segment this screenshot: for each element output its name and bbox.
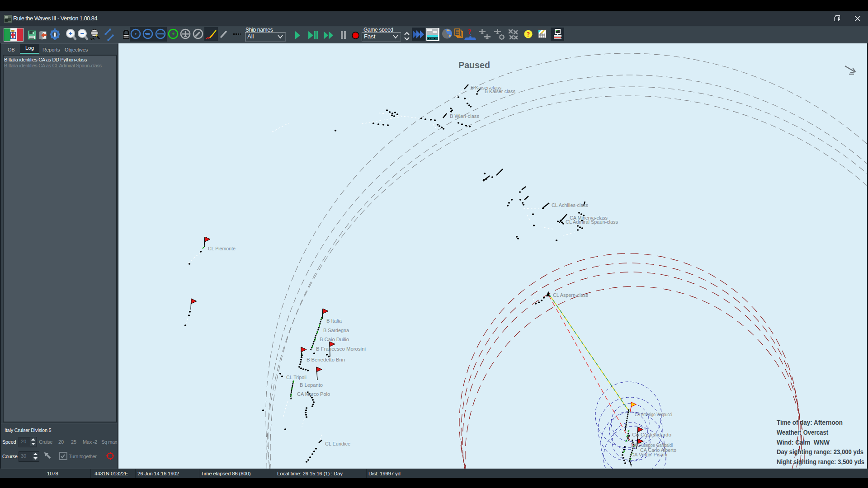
svg-text:Wind: Calm WNW: Wind: Calm WNW bbox=[777, 438, 830, 446]
svg-text:x5: x5 bbox=[90, 37, 94, 41]
svg-text:−: − bbox=[80, 29, 85, 37]
svg-text:B Italia: B Italia bbox=[326, 318, 342, 324]
svg-text:CL Aspern-class: CL Aspern-class bbox=[553, 292, 588, 298]
svg-text:B Kaiser-class: B Kaiser-class bbox=[485, 89, 515, 94]
svg-text:B Lepanto: B Lepanto bbox=[300, 382, 323, 388]
svg-text:Weather: Overcast: Weather: Overcast bbox=[777, 428, 828, 436]
svg-text:CA Amerigo Vespucci: CA Amerigo Vespucci bbox=[635, 412, 672, 417]
svg-text:B Benedetto Brin: B Benedetto Brin bbox=[307, 357, 345, 362]
svg-text:Night sighting range: 3,500 yd: Night sighting range: 3,500 yds bbox=[777, 458, 864, 465]
svg-text:B Wien-class: B Wien-class bbox=[450, 113, 479, 119]
svg-text:Time of day: Afternoon: Time of day: Afternoon bbox=[777, 418, 843, 426]
svg-text:CL Admiral Spaun-class: CL Admiral Spaun-class bbox=[566, 219, 618, 225]
svg-text:B Francesco Morosini: B Francesco Morosini bbox=[316, 346, 366, 352]
svg-text:CA Castelfidardo: CA Castelfidardo bbox=[632, 432, 671, 437]
svg-text:CL Piemonte: CL Piemonte bbox=[208, 246, 236, 251]
svg-text:CA Vettor Pisani: CA Vettor Pisani bbox=[631, 452, 667, 457]
svg-text:+: + bbox=[69, 29, 73, 37]
svg-text:?: ? bbox=[527, 31, 530, 38]
svg-text:CL Euridice: CL Euridice bbox=[325, 441, 350, 446]
svg-text:CL Achilles-class: CL Achilles-class bbox=[552, 202, 588, 208]
svg-text:Day sighting range: 23,000 yds: Day sighting range: 23,000 yds bbox=[777, 448, 863, 455]
svg-text:B Sardegna: B Sardegna bbox=[323, 328, 349, 333]
svg-text:?: ? bbox=[468, 28, 472, 35]
svg-text:CA Marco Polo: CA Marco Polo bbox=[297, 391, 330, 397]
svg-text:CL Tripoli: CL Tripoli bbox=[286, 375, 307, 380]
svg-text:B Caio Duilio: B Caio Duilio bbox=[320, 337, 349, 342]
svg-text:Paused: Paused bbox=[458, 60, 490, 70]
